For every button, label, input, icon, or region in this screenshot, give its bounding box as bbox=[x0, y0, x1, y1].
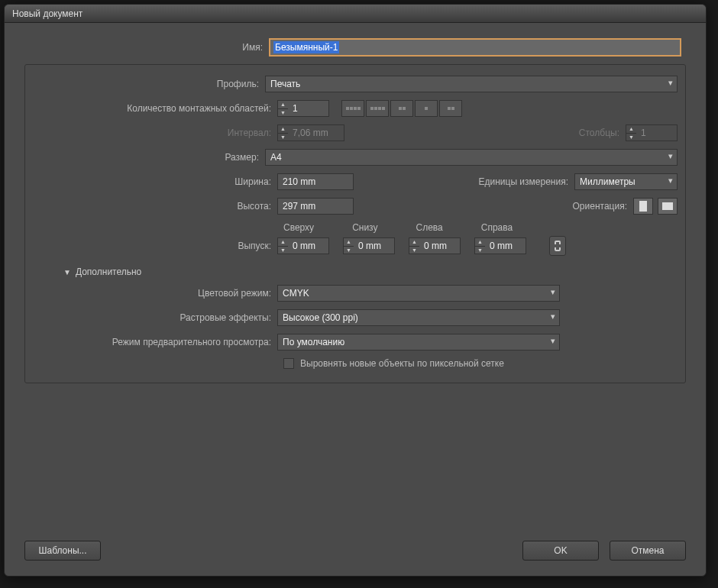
height-input[interactable] bbox=[277, 198, 354, 215]
document-settings: Профиль: Печать Количество монтажных обл… bbox=[24, 64, 686, 383]
columns-label: Столбцы: bbox=[579, 128, 619, 138]
artboards-input[interactable] bbox=[288, 100, 329, 117]
up-arrow-icon[interactable]: ▲ bbox=[278, 101, 288, 109]
bleed-left-label: Слева bbox=[416, 222, 443, 233]
spacing-input bbox=[288, 124, 344, 141]
window-title: Новый документ bbox=[12, 8, 82, 19]
spacing-label: Интервал: bbox=[33, 128, 277, 138]
col-icon[interactable] bbox=[415, 100, 438, 117]
new-document-dialog: Новый документ Имя: Безымянный-1 Профиль… bbox=[4, 4, 707, 577]
size-label: Размер: bbox=[33, 152, 265, 163]
spacing-stepper: ▲▼ bbox=[277, 124, 344, 141]
bleed-right-input[interactable] bbox=[485, 237, 526, 254]
grid-by-row-icon[interactable] bbox=[341, 100, 364, 117]
bleed-top-input[interactable] bbox=[288, 237, 329, 254]
raster-select[interactable]: Высокое (300 ppi) bbox=[277, 309, 560, 326]
down-arrow-icon[interactable]: ▼ bbox=[278, 109, 288, 117]
artboards-label: Количество монтажных областей: bbox=[33, 103, 277, 114]
bleed-right-stepper[interactable]: ▲▼ bbox=[474, 237, 526, 254]
cancel-button[interactable]: Отмена bbox=[610, 541, 686, 561]
name-value: Безымянный-1 bbox=[273, 41, 339, 53]
orientation-label: Ориентация: bbox=[573, 201, 627, 212]
bleed-right-label: Справа bbox=[481, 222, 513, 233]
columns-input bbox=[636, 124, 678, 141]
profile-select[interactable]: Печать bbox=[265, 76, 678, 92]
width-label: Ширина: bbox=[33, 176, 277, 187]
bleed-label: Выпуск: bbox=[33, 241, 277, 251]
dialog-content: Имя: Безымянный-1 Профиль: Печать Количе… bbox=[5, 23, 706, 399]
name-input[interactable]: Безымянный-1 bbox=[269, 38, 681, 57]
titlebar[interactable]: Новый документ bbox=[5, 5, 706, 23]
preview-label: Режим предварительного просмотра: bbox=[33, 337, 277, 347]
bleed-bottom-input[interactable] bbox=[354, 237, 395, 254]
height-label: Высота: bbox=[33, 201, 277, 212]
size-select[interactable]: A4 bbox=[265, 149, 678, 166]
ok-button[interactable]: OK bbox=[522, 541, 599, 561]
preview-select[interactable]: По умолчанию bbox=[277, 334, 560, 351]
rtl-icon[interactable] bbox=[439, 100, 462, 117]
button-bar: Шаблоны... OK Отмена bbox=[24, 541, 686, 561]
artboard-arrangement bbox=[341, 100, 462, 117]
artboards-stepper[interactable]: ▲▼ bbox=[277, 100, 329, 117]
bleed-left-stepper[interactable]: ▲▼ bbox=[409, 237, 461, 254]
profile-label: Профиль: bbox=[33, 79, 265, 89]
chevron-down-icon: ▼ bbox=[63, 268, 71, 276]
units-label: Единицы измерения: bbox=[478, 176, 568, 187]
width-input[interactable] bbox=[277, 173, 354, 190]
columns-stepper: ▲▼ bbox=[626, 124, 678, 141]
templates-button[interactable]: Шаблоны... bbox=[24, 541, 101, 561]
advanced-toggle[interactable]: ▼ Дополнительно bbox=[63, 267, 678, 277]
color-mode-label: Цветовой режим: bbox=[33, 288, 277, 299]
align-grid-label: Выровнять новые объекты по пиксельной се… bbox=[300, 358, 504, 369]
orientation-portrait-icon[interactable] bbox=[633, 198, 653, 215]
orientation-landscape-icon[interactable] bbox=[658, 198, 678, 215]
align-grid-checkbox[interactable] bbox=[283, 358, 294, 369]
bleed-top-stepper[interactable]: ▲▼ bbox=[277, 237, 329, 254]
bleed-left-input[interactable] bbox=[419, 237, 461, 254]
color-mode-select[interactable]: CMYK bbox=[277, 285, 560, 302]
row-icon[interactable] bbox=[390, 100, 413, 117]
bleed-bottom-stepper[interactable]: ▲▼ bbox=[343, 237, 395, 254]
svg-rect-1 bbox=[662, 202, 673, 210]
svg-rect-0 bbox=[639, 201, 647, 212]
bleed-top-label: Сверху bbox=[283, 222, 314, 233]
name-label: Имя: bbox=[24, 42, 269, 53]
advanced-label: Дополнительно bbox=[76, 267, 141, 277]
raster-label: Растровые эффекты: bbox=[33, 312, 277, 323]
grid-by-col-icon[interactable] bbox=[366, 100, 389, 117]
units-select[interactable]: Миллиметры bbox=[574, 173, 678, 190]
link-bleed-icon[interactable] bbox=[549, 236, 566, 256]
bleed-bottom-label: Снизу bbox=[352, 222, 377, 233]
